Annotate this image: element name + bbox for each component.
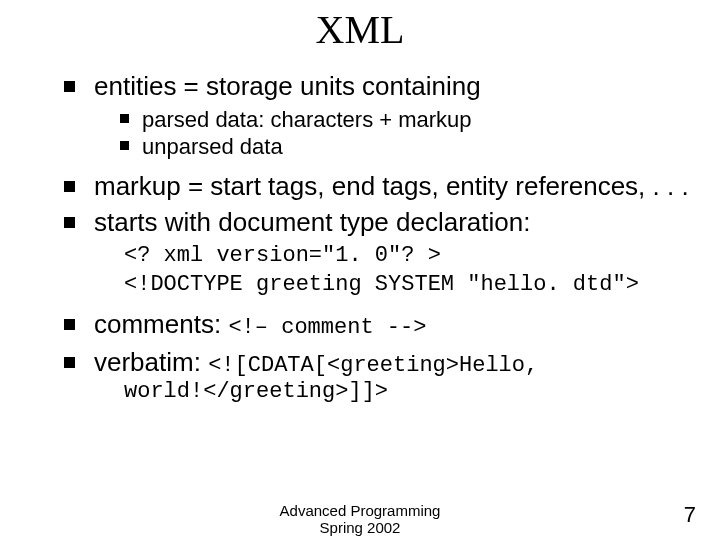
- footer-line1: Advanced Programming: [280, 502, 441, 519]
- bullet-starts-text: starts with document type declaration:: [94, 207, 530, 237]
- bullet-comments: comments: <!– comment -->: [64, 309, 720, 341]
- bullet-entities: entities = storage units containing pars…: [64, 71, 720, 161]
- bullet-verbatim-code2: world!</greeting>]]>: [124, 379, 720, 405]
- bullet-list: entities = storage units containing pars…: [64, 71, 720, 405]
- footer-line2: Spring 2002: [320, 519, 401, 536]
- slide: XML entities = storage units containing …: [0, 6, 720, 540]
- bullet-starts: starts with document type declaration: <…: [64, 207, 720, 299]
- footer: Advanced Programming Spring 2002: [0, 503, 720, 536]
- bullet-verbatim: verbatim: <![CDATA[<greeting>Hello, worl…: [64, 347, 720, 405]
- sub-unparsed: unparsed data: [120, 133, 720, 161]
- sub-parsed: parsed data: characters + markup: [120, 106, 720, 134]
- bullet-verbatim-label: verbatim:: [94, 347, 208, 377]
- code-block: <? xml version="1. 0"? > <!DOCTYPE greet…: [124, 242, 720, 299]
- bullet-comments-code: <!– comment -->: [228, 315, 426, 340]
- bullet-markup: markup = start tags, end tags, entity re…: [64, 171, 720, 202]
- bullet-comments-label: comments:: [94, 309, 228, 339]
- code-line-2: <!DOCTYPE greeting SYSTEM "hello. dtd">: [124, 271, 720, 300]
- sub-list-entities: parsed data: characters + markup unparse…: [120, 106, 720, 161]
- bullet-verbatim-code1: <![CDATA[<greeting>Hello,: [208, 353, 538, 378]
- code-line-1: <? xml version="1. 0"? >: [124, 242, 720, 271]
- page-number: 7: [684, 502, 696, 528]
- slide-title: XML: [0, 6, 720, 53]
- bullet-entities-text: entities = storage units containing: [94, 71, 481, 101]
